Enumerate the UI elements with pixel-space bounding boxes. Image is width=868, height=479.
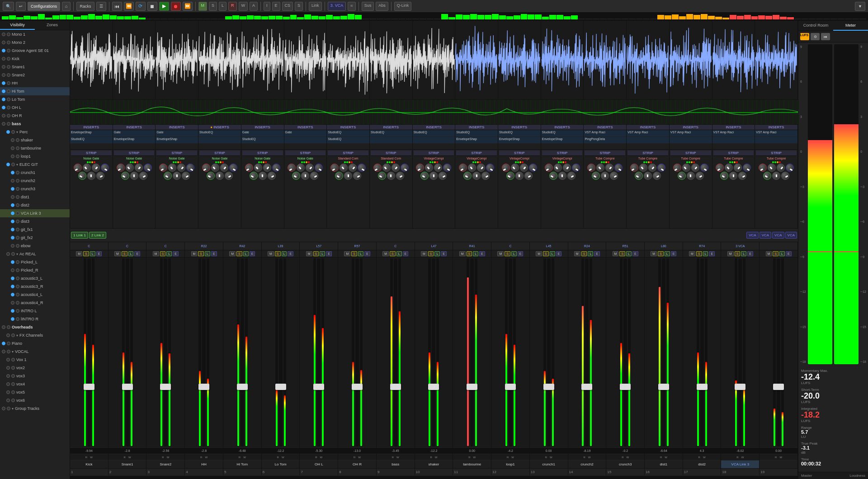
vis-circle-outer[interactable]	[2, 325, 5, 329]
vis-circle-outer[interactable]	[2, 350, 5, 353]
sidebar-item-picked_r[interactable]: Picked_R	[0, 266, 70, 274]
fader-track-5[interactable]	[279, 258, 283, 446]
knob-2-3[interactable]	[186, 164, 194, 172]
msle-btn-E-0[interactable]: E	[96, 251, 102, 256]
msle-btn-S-5[interactable]: S	[275, 251, 281, 256]
msle-btn-E-11[interactable]: E	[518, 251, 524, 256]
sidebar-item-vox3[interactable]: vox3	[0, 372, 70, 380]
sidebar-item-vox4[interactable]: vox4	[0, 380, 70, 388]
fader-pan-12[interactable]: L45	[530, 242, 568, 250]
vca-badge-0[interactable]: VCA	[746, 232, 758, 239]
knob-7-0[interactable]	[373, 164, 382, 172]
msle-btn-M-11[interactable]: M	[497, 251, 504, 256]
msle-btn-E-4[interactable]: E	[250, 251, 255, 256]
mode-a[interactable]: A	[250, 2, 258, 11]
knob2-6-1[interactable]	[344, 172, 352, 180]
msle-btn-L-2[interactable]: L	[166, 251, 172, 256]
vis-circle-outer[interactable]	[2, 98, 5, 101]
sidebar-item-group_tracks[interactable]: ▾Group Tracks	[0, 404, 70, 413]
sidebar-item-vox6[interactable]: vox6	[0, 396, 70, 404]
knob-1-0[interactable]	[117, 164, 125, 172]
fader-handle-9[interactable]	[428, 384, 439, 390]
expand-arrow[interactable]: ▾	[16, 130, 18, 134]
msle-btn-L-12[interactable]: L	[550, 251, 555, 256]
sidebar-item-oh_r[interactable]: OH R	[0, 112, 70, 120]
msle-btn-L-13[interactable]: L	[588, 251, 593, 256]
knob2-4-1[interactable]	[259, 172, 267, 180]
msle-btn-S-15[interactable]: S	[658, 251, 664, 256]
insert-slot-7-1[interactable]	[370, 137, 412, 144]
msle-btn-M-4[interactable]: M	[229, 251, 236, 256]
insert-slot-10-1[interactable]: EnvelopeShap	[498, 137, 541, 144]
insert-slot-3-0[interactable]: StudioEQ	[198, 130, 241, 137]
sidebar-item-acoustic4_l[interactable]: acoustic4_L	[0, 291, 70, 299]
rw-btn-W-14[interactable]: W	[625, 456, 630, 459]
vis-circle-outer[interactable]	[11, 187, 14, 191]
msle-btn-S-16[interactable]: S	[696, 251, 702, 256]
fader-track-14[interactable]	[623, 258, 627, 446]
knob-1-3[interactable]	[144, 164, 152, 172]
knob-5-3[interactable]	[315, 164, 323, 172]
vis-circle-outer[interactable]	[11, 179, 14, 183]
msle-btn-S-7[interactable]: S	[351, 251, 357, 256]
fader-pan-3[interactable]: R22	[185, 242, 223, 250]
msle-btn-S-6[interactable]: S	[313, 251, 319, 256]
knob-3-0[interactable]	[202, 164, 210, 172]
msle-btn-E-9[interactable]: E	[441, 251, 447, 256]
config-btn[interactable]: Configurations	[28, 2, 60, 11]
msle-btn-L-8[interactable]: L	[396, 251, 402, 256]
sidebar-item-ac_real[interactable]: ▾Ac REAL	[0, 250, 70, 258]
rw-btn-R-17[interactable]: R	[736, 456, 739, 459]
vis-circle-inner[interactable]	[11, 358, 15, 362]
mode-i[interactable]: I	[264, 2, 270, 11]
msle-btn-L-1[interactable]: L	[128, 251, 134, 256]
fader-name-row-14[interactable]: crunch3	[606, 460, 644, 468]
knob2-11-0[interactable]	[549, 172, 557, 180]
knob-9-2[interactable]	[477, 164, 485, 172]
fader-pan-6[interactable]: L57	[300, 242, 338, 250]
insert-slot-6-0[interactable]: StudioEQ	[327, 130, 369, 137]
vis-circle-inner[interactable]	[7, 325, 10, 329]
vis-circle-outer[interactable]	[6, 374, 10, 378]
sidebar-item-mono_1[interactable]: Mono 1	[0, 30, 70, 38]
vis-circle-outer[interactable]	[2, 342, 5, 345]
rw-btn-R-8[interactable]: R	[391, 456, 395, 459]
msle-btn-L-4[interactable]: L	[243, 251, 249, 256]
msle-btn-L-11[interactable]: L	[511, 251, 517, 256]
msle-btn-S-11[interactable]: S	[505, 251, 510, 256]
insert-slot-9-0[interactable]: StudioEQ	[455, 130, 498, 137]
vis-circle-inner[interactable]	[11, 374, 15, 378]
insert-slot-8-1[interactable]	[413, 137, 455, 144]
vis-circle-inner[interactable]	[11, 333, 15, 337]
rw-btn-R-2[interactable]: R	[161, 456, 165, 459]
vis-circle-inner[interactable]	[16, 155, 19, 158]
mode-r[interactable]: R	[228, 2, 237, 11]
reset-btn[interactable]: ⏮	[821, 33, 830, 40]
knob2-12-0[interactable]	[592, 172, 600, 180]
msle-btn-L-7[interactable]: L	[358, 251, 363, 256]
msle-btn-S-1[interactable]: S	[122, 251, 127, 256]
vis-circle-inner[interactable]	[7, 33, 10, 36]
msle-btn-M-5[interactable]: M	[268, 251, 274, 256]
insert-slot-13-0[interactable]: VST Amp Raci	[627, 130, 669, 137]
vis-circle-inner[interactable]	[11, 382, 15, 386]
msle-btn-S-4[interactable]: S	[236, 251, 242, 256]
tab-control-room[interactable]: Control Room	[798, 21, 833, 31]
knob-16-2[interactable]	[777, 164, 785, 172]
vis-circle-inner[interactable]	[7, 73, 10, 77]
knob-2-2[interactable]	[177, 164, 185, 172]
fader-handle-5[interactable]	[275, 384, 286, 390]
vis-circle-outer[interactable]	[11, 203, 14, 207]
knob2-0-2[interactable]	[96, 172, 104, 180]
waveform-lane-12[interactable]	[584, 21, 627, 99]
msle-btn-M-1[interactable]: M	[114, 251, 121, 256]
history-btn[interactable]: ↩	[16, 2, 26, 11]
knob-14-1[interactable]	[682, 164, 690, 172]
expand-arrow[interactable]: ▾	[16, 163, 18, 167]
sidebar-item-snare2[interactable]: Snare2	[0, 71, 70, 79]
insert-slot-13-1[interactable]	[627, 137, 669, 144]
msle-btn-E-14[interactable]: E	[632, 251, 638, 256]
vis-circle-outer[interactable]	[11, 236, 14, 240]
knob2-9-0[interactable]	[463, 172, 472, 180]
knob-15-1[interactable]	[725, 164, 733, 172]
